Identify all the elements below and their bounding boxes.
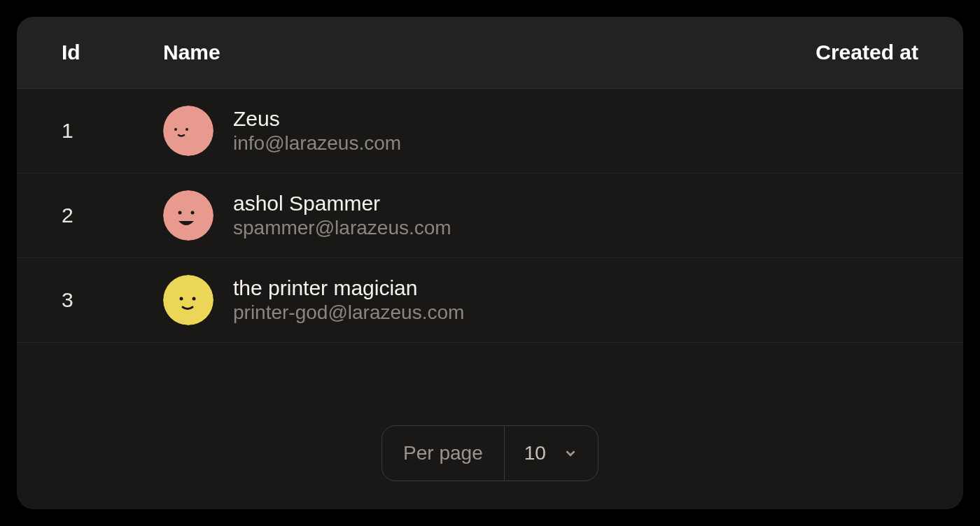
svg-point-5	[191, 211, 195, 215]
avatar-icon	[163, 106, 214, 156]
per-page-value: 10	[524, 442, 546, 464]
svg-point-6	[163, 275, 214, 325]
user-name: ashol Spammer	[233, 192, 451, 215]
user-name: Zeus	[233, 107, 401, 131]
per-page-control: Per page 10	[382, 425, 598, 481]
svg-point-8	[192, 297, 196, 301]
cell-name: Zeus info@larazeus.com	[163, 106, 736, 156]
avatar-icon	[163, 275, 214, 325]
user-name: the printer magician	[233, 276, 464, 300]
user-email: printer-god@larazeus.com	[233, 301, 464, 324]
table-row[interactable]: 2 ashol Spammer spammer@larazeus.com	[17, 173, 963, 258]
cell-id: 2	[62, 204, 163, 227]
table-row[interactable]: 3 the printer magician printer-god@laraz…	[17, 258, 963, 343]
table-footer: Per page 10	[17, 404, 963, 509]
svg-point-3	[163, 190, 214, 241]
cell-id: 3	[62, 288, 163, 312]
per-page-select[interactable]: 10	[505, 426, 598, 481]
user-email: info@larazeus.com	[233, 132, 401, 155]
table-row[interactable]: 1 Zeus info@larazeus.com	[17, 89, 963, 173]
users-table: Id Name Created at 1 Zeus info@larazeus.…	[17, 17, 963, 509]
svg-point-2	[186, 128, 188, 131]
cell-id: 1	[62, 119, 163, 143]
svg-point-0	[163, 106, 214, 156]
user-email: spammer@larazeus.com	[233, 217, 451, 239]
cell-name: ashol Spammer spammer@larazeus.com	[163, 190, 736, 241]
svg-point-7	[180, 297, 183, 301]
table-body: 1 Zeus info@larazeus.com 2	[17, 89, 963, 404]
column-header-id[interactable]: Id	[62, 41, 163, 64]
column-header-name[interactable]: Name	[163, 41, 736, 64]
chevron-down-icon	[563, 446, 578, 461]
per-page-label: Per page	[382, 426, 505, 481]
column-header-created-at[interactable]: Created at	[736, 41, 918, 64]
svg-point-1	[174, 128, 177, 131]
avatar-icon	[163, 190, 214, 241]
cell-name: the printer magician printer-god@larazeu…	[163, 275, 736, 325]
svg-point-4	[178, 211, 182, 215]
table-header-row: Id Name Created at	[17, 17, 963, 89]
